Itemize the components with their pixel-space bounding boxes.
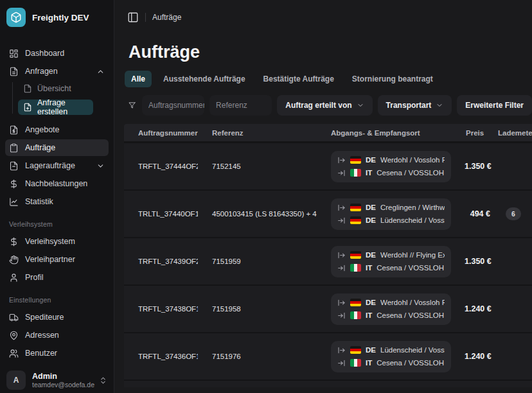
column-auftragsnummer: Auftragsnummer — [124, 129, 198, 137]
sidebar-item-label: Anfragen — [25, 67, 58, 76]
country-code: DE — [366, 216, 376, 224]
route-card: DE Creglingen / Wirthwein... DE Lüdensch… — [331, 198, 451, 230]
arrival-arrow-icon — [337, 264, 346, 272]
sidebar-item-adressen[interactable]: Adressen — [5, 327, 109, 344]
sidebar-item-label: Angebote — [25, 125, 60, 134]
sidebar-item-spediteure[interactable]: Spediteure — [5, 309, 109, 326]
country-flag — [350, 169, 361, 177]
reference: 7151958 — [198, 305, 317, 313]
user-menu[interactable]: A Admin teamdev@sodefa.de — [5, 368, 109, 393]
panel-left-toggle-icon[interactable] — [127, 12, 139, 23]
departure-arrow-icon — [337, 346, 346, 354]
departure-arrow-icon — [337, 204, 346, 212]
column-lademeter: Lademeter — [498, 129, 532, 137]
arrival-arrow-icon — [337, 311, 346, 320]
sidebar-item-auftraege[interactable]: Aufträge — [5, 139, 109, 156]
country-flag — [350, 311, 361, 319]
country-flag — [350, 346, 361, 354]
location-text: Cesena / VOSSLOH Sl... — [377, 169, 445, 177]
transport-type-dropdown[interactable]: Transportart — [378, 95, 452, 116]
arrival-arrow-icon — [337, 359, 346, 367]
chart-icon — [9, 197, 19, 207]
chevron-down-icon — [357, 101, 364, 109]
table-row[interactable]: TRFTL_37438OF1996OD 7151958 DE Werdohl /… — [124, 286, 532, 333]
country-code: DE — [366, 346, 376, 354]
table-row[interactable]: TRFTL_37444OF2003OD 7152145 DE Werdohl /… — [124, 143, 532, 191]
order-number: TRLTL_37440OF1988OD — [124, 210, 198, 218]
order-number: TRFTL_37438OF1996OD — [124, 305, 198, 313]
package-cube-icon — [6, 8, 26, 27]
user-name: Admin — [32, 372, 93, 381]
departure-arrow-icon — [337, 299, 346, 307]
sidebar-item-verleihpartner[interactable]: Verleihpartner — [5, 251, 109, 268]
column-abgangs-empfangsort: Abgangs- & Empfangsort — [317, 129, 465, 137]
sidebar-item-label: Nachbelastungen — [25, 179, 87, 188]
sidebar-item-angebote[interactable]: Angebote — [5, 121, 109, 138]
chevron-down-icon — [436, 101, 443, 109]
order-number-search-group — [142, 95, 204, 116]
sidebar-item-label: Profil — [25, 273, 43, 282]
country-code: IT — [366, 264, 372, 272]
sidebar-item-label: Aufträge — [25, 143, 55, 152]
departure-arrow-icon — [337, 251, 346, 259]
route-origin: DE Lüdenscheid / Vossloh ... — [337, 346, 445, 354]
sidebar-item-dashboard[interactable]: Dashboard — [5, 45, 109, 62]
sidebar-item-uebersicht[interactable]: Übersicht — [18, 81, 93, 96]
table-row[interactable]: TRLTL_37440OF1988OD 4500103415 (LS 81643… — [124, 191, 532, 238]
reference: 7152145 — [198, 162, 317, 170]
order-number: TRFTL_37444OF2003OD — [124, 162, 198, 170]
country-code: IT — [366, 169, 372, 177]
advanced-filters-button[interactable]: Erweiterte Filter — [457, 95, 532, 116]
sidebar-footer: A Admin teamdev@sodefa.de N — [0, 363, 114, 393]
country-flag — [350, 216, 361, 224]
sidebar-item-label: Verleihpartner — [25, 255, 75, 264]
sidebar-item-verleihsystem[interactable]: Verleihsystem — [5, 233, 109, 250]
advanced-filters-label: Erweiterte Filter — [465, 101, 524, 110]
location-text: Lüdenscheid / Vossloh ... — [380, 346, 445, 354]
table-row[interactable]: TRFTL_37439OF2004OD 7151959 DE Werdohl /… — [124, 238, 532, 286]
location-text: Werdohl / Vossloh Fast... — [380, 299, 445, 306]
orders-table: Auftragsnummer Referenz Abgangs- & Empfa… — [124, 124, 532, 387]
app-window: Freightly DEV Dashboard Anfragen Übersic… — [0, 0, 532, 393]
chevron-down-icon — [96, 162, 105, 170]
column-referenz: Referenz — [198, 129, 317, 137]
order-number-input[interactable] — [142, 95, 204, 116]
chevron-up-icon — [96, 67, 105, 76]
sidebar-item-anfragen[interactable]: Anfragen — [5, 63, 109, 80]
reference-input[interactable] — [209, 95, 272, 116]
issued-by-label: Auftrag erteilt von — [285, 101, 351, 110]
sidebar-item-label: Verleihsystem — [25, 237, 75, 246]
tab-ausstehende-auftraege[interactable]: Ausstehende Aufträge — [157, 71, 252, 87]
route-origin: DE Werdohl / Vossloh Fast... — [337, 156, 445, 164]
sidebar-item-lagerauftraege[interactable]: Lageraufträge — [5, 157, 109, 174]
sidebar-item-profil[interactable]: Profil — [5, 269, 109, 286]
issued-by-dropdown[interactable]: Auftrag erteilt von — [277, 95, 372, 116]
tab-alle[interactable]: Alle — [125, 71, 152, 87]
table-row[interactable]: TRFTL_37436OF1997OD 7151976 DE Lüdensche… — [124, 333, 532, 381]
tab-stornierung-beantragt[interactable]: Stornierung beantragt — [346, 71, 439, 87]
price: 1.350 € — [465, 162, 498, 171]
column-preis: Preis — [465, 129, 498, 137]
dollar-icon — [9, 237, 19, 247]
route-origin: DE Werdohl // Flying Expre... — [337, 251, 445, 259]
sidebar-item-statistik[interactable]: Statistik — [5, 193, 109, 210]
route-destination: IT Cesena / VOSSLOH Sl... — [337, 264, 445, 272]
order-number: TRFTL_37439OF2004OD — [124, 258, 198, 265]
route-destination: IT Cesena / VOSSLOH Sl... — [337, 311, 445, 320]
main-content: Aufträge Aufträge Alle Ausstehende Auftr… — [114, 0, 532, 393]
country-code: DE — [366, 299, 376, 306]
sidebar-item-anfrage-erstellen[interactable]: Anfrage erstellen — [18, 100, 93, 115]
reference: 7151959 — [198, 258, 317, 265]
tab-bestaetigte-auftraege[interactable]: Bestätigte Aufträge — [257, 71, 341, 87]
sidebar-item-label: Lageraufträge — [25, 161, 75, 170]
reference-search-group — [209, 95, 272, 116]
file-icon — [9, 161, 19, 171]
order-number: TRFTL_37436OF1997OD — [124, 353, 198, 360]
divider — [145, 13, 146, 22]
sidebar-item-nachbelastungen[interactable]: Nachbelastungen — [5, 175, 109, 192]
user-icon — [9, 273, 19, 283]
file-text-icon — [9, 67, 19, 76]
file-icon — [23, 84, 32, 93]
sidebar-item-benutzer[interactable]: Benutzer — [5, 345, 109, 362]
page-title: Aufträge — [129, 42, 532, 62]
